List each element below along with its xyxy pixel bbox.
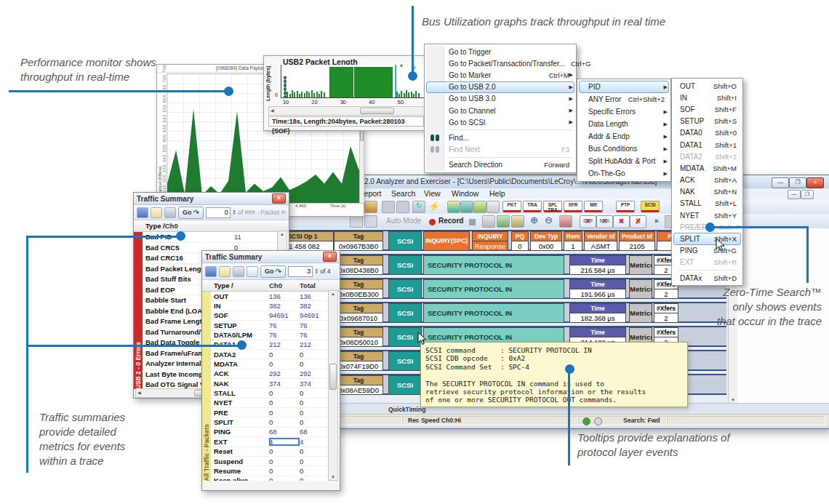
usb2-horizontal-scrollbar[interactable]: ◀ <box>268 106 425 116</box>
type-cell[interactable]: Keep alive <box>211 476 269 481</box>
pid-item-ack[interactable]: ACKShift+A <box>673 175 742 186</box>
pid-item-nak[interactable]: NAKShift+N <box>673 186 742 198</box>
tag-cell[interactable]: Tag0x074F19D0 <box>334 351 383 371</box>
count-cell[interactable]: 212 <box>300 340 330 348</box>
trigger-icon[interactable] <box>482 215 495 228</box>
mdi-restore-button[interactable]: ❐ <box>801 190 814 199</box>
save-icon[interactable] <box>137 207 148 218</box>
column-header-type[interactable]: Type / <box>211 281 269 289</box>
submenu-item-pid[interactable]: PID▶ <box>578 81 670 93</box>
email-icon[interactable] <box>151 207 162 218</box>
table-row-suspend[interactable]: Suspend00 <box>211 457 340 466</box>
pid-item-out[interactable]: OUTShift+O <box>673 80 742 92</box>
view-transactions-icon[interactable] <box>460 201 473 213</box>
scroll-up-icon[interactable]: ▲ <box>278 232 287 236</box>
minimize-button[interactable]: — <box>772 177 789 188</box>
mdi-minimize-button[interactable]: — <box>788 190 801 199</box>
print-icon[interactable] <box>233 266 244 277</box>
count-cell[interactable]: 0 <box>269 399 300 407</box>
email-icon[interactable] <box>219 266 231 277</box>
submenu-item-addr-endp[interactable]: Addr & Endp▶ <box>578 130 670 143</box>
count-cell[interactable]: 0 <box>300 447 330 455</box>
menubar-item-view[interactable]: View <box>424 189 441 198</box>
scsi-cdb-cell[interactable]: SCSI CDB <box>388 279 422 299</box>
title-bar[interactable]: Traffic Summary × <box>134 193 289 205</box>
tag-cell[interactable]: Tag0x08D438B0 <box>334 255 383 275</box>
count-cell[interactable]: 94691 <box>269 311 300 319</box>
tag-cell[interactable]: Tag0x0967B3B0 <box>334 231 383 251</box>
metrics-cell[interactable]: Metrics <box>629 255 652 275</box>
time-cell[interactable]: Time182.368 µs <box>569 303 626 323</box>
report-button-scsi[interactable]: SCSI <box>641 201 660 212</box>
count-cell[interactable]: 382 <box>269 302 300 310</box>
tag-cell[interactable]: Tag0x09687010 <box>334 303 383 323</box>
count-cell[interactable]: 76 <box>300 321 330 329</box>
scroll-down-icon[interactable]: ▼ <box>329 475 337 479</box>
scroll-left-icon[interactable]: ◀ <box>271 108 274 113</box>
count-cell[interactable]: 292 <box>300 369 330 377</box>
table-row-split[interactable]: SPLIT00 <box>211 417 340 427</box>
count-cell[interactable]: 374 <box>300 380 330 388</box>
field-vendor-id[interactable]: Vendor IdASMT <box>584 231 617 251</box>
record-label[interactable]: Record <box>438 217 463 225</box>
table-row-setup[interactable]: SETUP7676 <box>211 321 340 330</box>
go-button[interactable]: Go↷ <box>178 207 204 219</box>
menubar-item-window[interactable]: Window <box>452 189 478 198</box>
count-cell[interactable]: 68 <box>269 428 300 436</box>
type-cell[interactable]: SETUP <box>211 321 269 329</box>
marker-icon[interactable]: ▼ <box>399 63 404 68</box>
scrollbar-thumb[interactable] <box>329 364 337 390</box>
count-cell[interactable]: 374 <box>269 380 300 388</box>
count-cell[interactable]: 0 <box>300 360 330 368</box>
menu-item-go-to-usb-2-0[interactable]: Go to USB 2.0▶ <box>425 81 575 93</box>
table-row-sof[interactable]: SOF9469194691 <box>211 311 340 321</box>
close-button[interactable]: × <box>272 193 286 204</box>
menubar-item-search[interactable]: Search <box>391 189 415 198</box>
pid-item-nyet[interactable]: NYETShift+Y <box>673 209 742 221</box>
column-header-total[interactable]: Total <box>300 281 330 289</box>
count-cell[interactable]: 94691 <box>300 311 330 319</box>
type-cell[interactable]: SOF <box>211 311 269 319</box>
table-row-ext[interactable]: EXT44 <box>211 437 340 447</box>
count-cell[interactable]: 136 <box>269 292 300 300</box>
scroll-down-icon[interactable]: ▼ <box>729 398 737 402</box>
command-cell[interactable]: SECURITY PROTOCOL IN <box>423 255 564 275</box>
tag-cell[interactable]: Tag0x0B0EB300 <box>334 279 383 299</box>
wrap-icon[interactable] <box>559 215 572 228</box>
go-index-field[interactable]: 3 <box>288 266 313 277</box>
count-cell[interactable]: 0 <box>300 409 330 417</box>
table-row-nyet[interactable]: NYET00 <box>211 399 340 408</box>
type-cell[interactable]: PRE <box>211 409 269 417</box>
table-header[interactable]: Type / Ch0 <box>134 220 289 232</box>
pid-item-ext[interactable]: EXTShift+R <box>673 257 742 268</box>
type-cell[interactable]: MDATA <box>211 360 269 368</box>
table-header[interactable]: Type / Ch0 Total <box>202 280 340 292</box>
pid-item-setup[interactable]: SETUPShift+S <box>673 116 742 127</box>
count-cell[interactable]: 68 <box>300 428 330 436</box>
count-cell[interactable]: 0 <box>300 457 330 465</box>
scroll-left-icon[interactable]: ◀ <box>137 390 141 395</box>
count-cell[interactable]: 382 <box>300 302 330 310</box>
table-row-reset[interactable]: Reset00 <box>211 447 340 457</box>
scroll-up-icon[interactable]: ▲ <box>329 292 337 296</box>
table-row-stall[interactable]: STALL00 <box>211 388 340 398</box>
save-icon[interactable] <box>205 266 217 277</box>
title-bar[interactable]: Traffic Summary × <box>202 251 340 263</box>
type-cell[interactable]: EXT <box>211 438 269 446</box>
column-header-ch0[interactable]: Ch0 <box>269 281 300 289</box>
type-cell[interactable]: STALL <box>211 389 269 397</box>
field-inquiry[interactable]: INQUIRYResponse <box>472 231 508 251</box>
submenu-item-on-the-go[interactable]: On-The-Go▶ <box>578 167 670 180</box>
pid-item-split[interactable]: SPLITShift+X <box>673 233 742 244</box>
pid-item-ping[interactable]: PINGShift+G <box>673 245 742 257</box>
report-button-spl-tra[interactable]: SPL TRA <box>543 201 562 212</box>
maximize-button[interactable]: ❐ <box>789 177 806 188</box>
count-cell[interactable]: 76 <box>269 331 300 339</box>
type-cell[interactable]: PING <box>211 428 269 436</box>
table-row-pre[interactable]: PRE00 <box>211 408 340 417</box>
ts2-vertical-scrollbar[interactable]: ▲ ▼ <box>328 290 338 481</box>
table-row-data2[interactable]: DATA200 <box>211 350 340 359</box>
sync-icon[interactable] <box>364 215 377 228</box>
count-cell[interactable]: 0 <box>300 389 330 397</box>
table-row-data0-lpm[interactable]: DATA0/LPM7676 <box>211 330 340 340</box>
